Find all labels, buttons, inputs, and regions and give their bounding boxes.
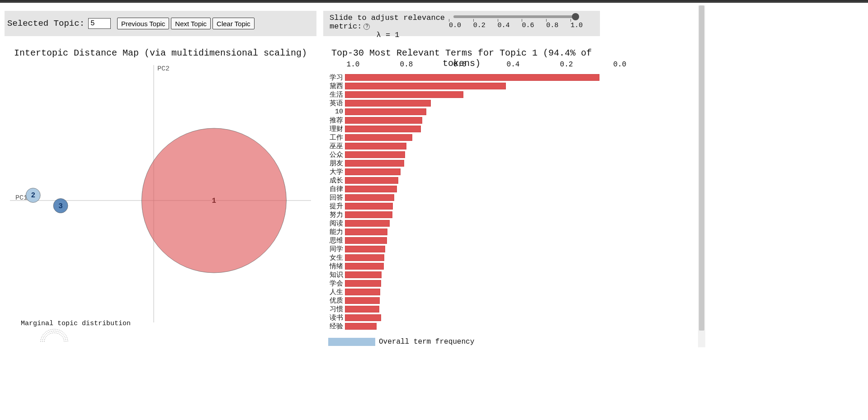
term-bar — [345, 91, 463, 98]
scrollbar-thumb[interactable] — [699, 5, 704, 331]
term-label: 理财 — [323, 125, 345, 133]
term-label: 自律 — [323, 185, 345, 193]
lambda-value-label: λ = 1 — [330, 31, 446, 39]
term-label: 阅读 — [323, 219, 345, 228]
term-bar — [345, 211, 392, 218]
term-bar — [345, 134, 412, 141]
selected-topic-input[interactable] — [88, 18, 111, 29]
term-bar — [345, 168, 401, 175]
axis-tick: 0.2 — [560, 61, 573, 69]
term-label: 朋友 — [323, 159, 345, 168]
term-row[interactable]: 10 — [323, 107, 600, 116]
topic-controls-panel: Selected Topic: Previous Topic Next Topi… — [5, 11, 316, 36]
term-bar — [345, 246, 385, 252]
term-bar — [345, 280, 381, 287]
term-bar — [345, 297, 380, 304]
term-bar — [345, 220, 390, 227]
term-label: 生活 — [323, 90, 345, 99]
topic-bubble-label: 3 — [58, 202, 63, 210]
axis-tick: 0.4 — [507, 61, 520, 69]
term-row[interactable]: 努力 — [323, 210, 600, 219]
term-row[interactable]: 巫巫 — [323, 142, 600, 150]
term-row[interactable]: 阅读 — [323, 219, 600, 228]
term-row[interactable]: 人生 — [323, 288, 600, 296]
topic-bubble-label: 2 — [31, 191, 35, 200]
term-row[interactable]: 同学 — [323, 245, 600, 253]
term-row[interactable]: 学会 — [323, 279, 600, 288]
term-bar — [345, 229, 387, 235]
term-label: 巫巫 — [323, 142, 345, 150]
term-row[interactable]: 女生 — [323, 253, 600, 262]
term-row[interactable]: 学习 — [323, 73, 600, 82]
overall-frequency-legend: Overall term frequency — [328, 338, 474, 346]
lambda-caption-line1: Slide to adjust relevance — [330, 14, 446, 22]
term-label: 知识 — [323, 271, 345, 279]
term-label: 经验 — [323, 322, 345, 331]
lambda-help-icon[interactable]: ? — [363, 23, 370, 30]
term-row[interactable]: 黛西 — [323, 82, 600, 90]
term-label: 工作 — [323, 133, 345, 142]
topic-bubble-label: 1 — [212, 197, 217, 205]
term-label: 读书 — [323, 313, 345, 322]
term-row[interactable]: 读书 — [323, 313, 600, 322]
term-label: 提升 — [323, 202, 345, 210]
lambda-tick: 0.8 — [546, 19, 547, 29]
lambda-tick: 1.0 — [571, 19, 571, 29]
term-bar — [345, 100, 431, 107]
term-row[interactable]: 公众 — [323, 150, 600, 159]
term-bar — [345, 194, 394, 201]
term-label: 能力 — [323, 228, 345, 236]
term-label: 女生 — [323, 253, 345, 262]
term-row[interactable]: 理财 — [323, 125, 600, 133]
term-label: 优质 — [323, 296, 345, 305]
term-row[interactable]: 习惯 — [323, 305, 600, 313]
overall-frequency-swatch — [328, 338, 375, 346]
term-row[interactable]: 能力 — [323, 228, 600, 236]
term-row[interactable]: 英语 — [323, 99, 600, 107]
term-label: 学习 — [323, 73, 345, 82]
term-row[interactable]: 知识 — [323, 271, 600, 279]
next-topic-button[interactable]: Next Topic — [171, 18, 211, 29]
term-bar — [345, 108, 426, 115]
term-row[interactable]: 大学 — [323, 168, 600, 176]
term-row[interactable]: 提升 — [323, 202, 600, 210]
term-row[interactable]: 成长 — [323, 176, 600, 185]
lambda-slider-ticks: 0.00.20.40.60.81.0 — [453, 19, 576, 29]
term-label: 黛西 — [323, 82, 345, 90]
term-label: 大学 — [323, 168, 345, 176]
term-label: 回答 — [323, 193, 345, 202]
term-row[interactable]: 经验 — [323, 322, 600, 331]
marginal-topic-title: Marginal topic distribution — [21, 320, 131, 327]
term-label: 习惯 — [323, 305, 345, 313]
axis-tick: 0.6 — [453, 61, 467, 69]
term-row[interactable]: 推荐 — [323, 116, 600, 125]
term-bar — [345, 323, 377, 330]
lambda-slider-panel: Slide to adjust relevance metric: ? λ = … — [323, 11, 600, 36]
term-label: 10 — [323, 108, 345, 116]
top-terms-rows: 学习黛西生活英语10推荐理财工作巫巫公众朋友大学成长自律回答提升努力阅读能力思维… — [323, 73, 600, 331]
term-label: 情绪 — [323, 262, 345, 271]
lambda-slider-track[interactable] — [453, 15, 576, 18]
previous-topic-button[interactable]: Previous Topic — [117, 18, 169, 29]
term-row[interactable]: 自律 — [323, 185, 600, 193]
intertopic-map-svg: PC2PC1123 — [5, 61, 316, 327]
marginal-topic-legend-icon — [36, 328, 72, 343]
term-bar — [345, 237, 387, 244]
term-bar — [345, 83, 506, 89]
clear-topic-button[interactable]: Clear Topic — [212, 18, 255, 29]
term-bar — [345, 186, 397, 192]
term-row[interactable]: 思维 — [323, 236, 600, 245]
term-bar — [345, 126, 421, 132]
term-row[interactable]: 生活 — [323, 90, 600, 99]
term-label: 英语 — [323, 99, 345, 107]
term-label: 成长 — [323, 176, 345, 185]
vertical-scrollbar[interactable] — [698, 5, 705, 347]
lambda-slider-thumb[interactable] — [572, 13, 579, 20]
overall-frequency-label: Overall term frequency — [379, 338, 474, 346]
term-row[interactable]: 工作 — [323, 133, 600, 142]
term-row[interactable]: 情绪 — [323, 262, 600, 271]
term-row[interactable]: 优质 — [323, 296, 600, 305]
svg-text:PC2: PC2 — [157, 65, 170, 73]
term-row[interactable]: 朋友 — [323, 159, 600, 168]
term-row[interactable]: 回答 — [323, 193, 600, 202]
